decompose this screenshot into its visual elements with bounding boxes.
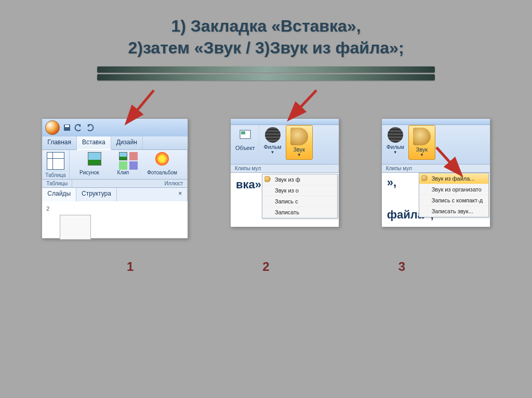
menu-sound-from-file[interactable]: Звук из ф: [262, 174, 337, 185]
menu-record-sound[interactable]: Записать: [262, 207, 337, 218]
tab-design[interactable]: Дизайн: [111, 136, 143, 149]
clip-icon-2[interactable]: [129, 152, 138, 160]
film-icon: [265, 127, 281, 143]
ribbon-media-3: Фильм ▼ Звук ▼: [382, 125, 490, 164]
speaker-icon: [290, 128, 308, 145]
menu-record-cd-3[interactable]: Запись с компакт-д: [419, 195, 488, 206]
ribbon-tabs: Главная Вставка Дизайн: [42, 136, 188, 150]
tab-insert[interactable]: Вставка: [77, 136, 111, 150]
step-1: 1: [127, 259, 134, 274]
sound-button[interactable]: Звук ▼: [286, 125, 313, 160]
media-group-label: Клипы мул: [231, 164, 339, 173]
speaker-small-icon-3: [421, 175, 428, 181]
film-label-3: Фильм: [387, 144, 404, 150]
picture-label: Рисунок: [79, 170, 99, 175]
titlebar-strip: [231, 119, 339, 125]
group-tables-label: Таблицы: [42, 180, 72, 187]
ribbon-media: Объект Фильм ▼ Звук ▼: [231, 125, 339, 164]
slides-panel-tabs: Слайды Структура ×: [42, 188, 188, 201]
ribbon-insert: Таблица Рисунок Клип Фотоальбом: [42, 150, 188, 180]
redo-icon[interactable]: [86, 123, 94, 132]
film-label: Фильм: [263, 144, 281, 150]
doc-text: вка»,: [231, 173, 261, 219]
tab-structure[interactable]: Структура: [76, 188, 117, 201]
film-button-3[interactable]: Фильм ▼: [382, 125, 408, 157]
picture-icon[interactable]: [88, 152, 101, 166]
clip-icon-3[interactable]: [119, 161, 127, 170]
tab-home[interactable]: Главная: [42, 136, 77, 149]
speaker-small-icon: [264, 176, 271, 182]
slide-thumbnail[interactable]: [60, 215, 91, 240]
step-2: 2: [262, 259, 269, 274]
step-numbers: 1 2 3: [0, 259, 532, 274]
screenshot-2: Объект Фильм ▼ Звук ▼ Клипы мул вка», Зв…: [230, 118, 339, 227]
slides-thumbnail-area: 2: [42, 201, 188, 227]
tab-slides[interactable]: Слайды: [42, 188, 76, 201]
menu-sound-from-org-3[interactable]: Звук из организато: [419, 184, 488, 195]
page-title: 1) Закладка «Вставка», 2)затем «Звук / 3…: [0, 0, 532, 59]
object-button[interactable]: Объект: [231, 125, 259, 153]
sound-menu-3: Звук из файла... Звук из организато Запи…: [419, 173, 489, 217]
photo-label: Фотоальбом: [147, 170, 177, 175]
clip-label: Клип: [117, 170, 129, 175]
slide-number: 2: [46, 205, 49, 212]
sound-label: Звук: [290, 146, 308, 153]
sound-label-3: Звук: [413, 146, 431, 153]
group-illus-label: Иллюст: [72, 180, 188, 187]
film-button[interactable]: Фильм ▼: [259, 125, 285, 157]
undo-icon[interactable]: [74, 123, 83, 132]
sound-menu: Звук из ф Звук из о Запись с Записать: [262, 174, 338, 218]
divider: [97, 66, 435, 80]
ribbon-group-labels: Таблицы Иллюст: [42, 180, 188, 188]
title-line-2: 2)затем «Звук / 3)Звук из файла»;: [0, 37, 532, 59]
object-label: Объект: [235, 145, 255, 151]
menu-record-sound-3[interactable]: Записать звук...: [419, 206, 488, 217]
screenshot-1: Главная Вставка Дизайн Таблица Ри: [42, 118, 188, 239]
svg-line-1: [128, 90, 154, 121]
film-icon-3: [388, 127, 403, 143]
table-icon[interactable]: [47, 152, 64, 170]
menu-record-cd[interactable]: Запись с: [262, 196, 337, 207]
office-button-icon[interactable]: [45, 120, 60, 135]
step-3: 3: [398, 259, 405, 274]
sound-button-3[interactable]: Звук ▼: [408, 125, 435, 160]
clip-icon-4[interactable]: [129, 161, 138, 170]
object-icon: [238, 127, 252, 142]
menu-sound-from-file-3[interactable]: Звук из файла...: [419, 173, 488, 184]
menu-sound-from-org[interactable]: Звук из о: [262, 185, 337, 196]
close-panel-icon[interactable]: ×: [173, 188, 188, 201]
svg-line-6: [290, 90, 316, 118]
ribbon-group-tables: Таблица: [42, 150, 69, 179]
clip-icon[interactable]: [119, 152, 127, 160]
title-line-1: 1) Закладка «Вставка»,: [0, 16, 532, 37]
svg-rect-3: [65, 125, 69, 127]
titlebar-strip-3: [382, 119, 490, 125]
table-label: Таблица: [45, 171, 65, 178]
ribbon-group-illustrations: Рисунок Клип Фотоальбом: [70, 150, 188, 179]
media-group-label-3: Клипы мул: [382, 164, 490, 173]
photoalbum-icon[interactable]: [155, 152, 169, 166]
svg-rect-8: [241, 131, 245, 134]
quick-access-toolbar: [42, 119, 188, 136]
save-icon[interactable]: [63, 123, 71, 132]
speaker-icon-3: [413, 128, 431, 145]
screenshot-3: Фильм ▼ Звук ▼ Клипы мул », файла»; Звук…: [381, 118, 490, 227]
